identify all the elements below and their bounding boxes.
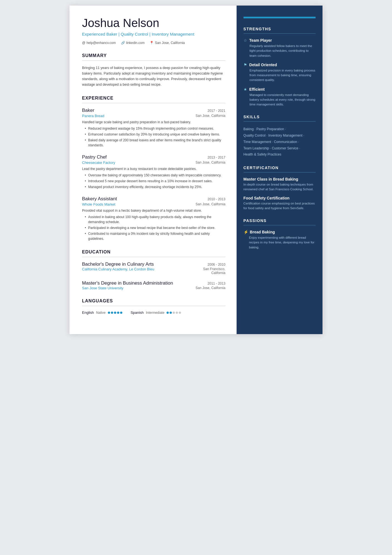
education-entry-bachelors: Bachelor's Degree in Culinary Arts 2006 … (82, 262, 225, 275)
email-text: help@enhancv.com (86, 41, 116, 45)
language-english-name: English (82, 310, 94, 315)
passion-bread-baking-desc: Enjoy experimenting with different bread… (244, 235, 316, 250)
strengths-section: STRENGTHS ☆ Team Player Regularly assist… (244, 27, 316, 107)
exp-desc-pastry: Lead the pastry department in a busy res… (82, 166, 225, 171)
experience-section: EXPERIENCE Baker 2017 - 2021 Panera Brea… (82, 96, 225, 241)
dot-es-4 (176, 312, 178, 314)
strength-team-player: ☆ Team Player Regularly assisted fellow … (244, 38, 316, 58)
job-date-pastry-chef: 2013 - 2017 (208, 156, 225, 159)
exp-desc-baker: Handled large scale baking and pastry pr… (82, 120, 225, 125)
certification-divider (244, 172, 316, 172)
english-dots (108, 312, 122, 314)
skill-line-5: Health & Safety Practices (244, 151, 316, 158)
dot-en-4 (117, 312, 119, 314)
bullet-pastry-1: Oversaw the baking of approximately 150 … (85, 173, 225, 178)
bullet-pastry-2: Introduced 5 new popular dessert items r… (85, 179, 225, 184)
degree-bachelors: Bachelor's Degree in Culinary Arts (82, 262, 154, 267)
skills-title: SKILLS (244, 115, 316, 119)
languages-title: LANGUAGES (82, 299, 225, 304)
degree-masters: Master's Degree in Business Administrati… (82, 280, 173, 286)
languages-divider (82, 306, 225, 306)
education-entry-masters: Master's Degree in Business Administrati… (82, 280, 225, 290)
contact-location: 📍 San Jose, California (150, 41, 185, 45)
bullet-baker-2: Enhanced customer satisfaction by 20% by… (85, 132, 225, 137)
exp-bullets-baker: Reduced ingredient wastage by 15% throug… (82, 126, 225, 148)
skill-line-4: Team Leadership · Customer Service · (244, 145, 316, 152)
email-icon: @ (82, 41, 85, 45)
job-title-bakery-assistant: Bakery Assistant (82, 196, 117, 202)
cert-food-safety-desc: Certification course emphasizing on best… (244, 201, 316, 211)
contact-linkedin: 🔗 linkedin.com (121, 41, 145, 45)
right-column: STRENGTHS ☆ Team Player Regularly assist… (237, 6, 322, 334)
exp-bullets-assistant: Assisted in baking about 100 high-qualit… (82, 214, 225, 241)
skill-line-2: Quality Control · Inventory Management · (244, 132, 316, 139)
spanish-dots (167, 312, 181, 314)
experience-divider (82, 103, 225, 103)
team-player-icon: ☆ (244, 38, 247, 43)
language-spanish-name: Spanish (131, 310, 144, 315)
job-date-baker: 2017 - 2021 (208, 109, 225, 113)
location-icon: 📍 (150, 41, 154, 45)
dot-en-2 (111, 312, 113, 314)
education-title: EDUCATION (82, 250, 225, 255)
skills-section: SKILLS Baking · Pastry Preparation · Qua… (244, 115, 316, 158)
location-text: San Jose, California (155, 41, 185, 45)
bread-baking-passion-icon: ⚡ (244, 230, 248, 234)
certification-title: CERTIFICATION (244, 166, 316, 170)
contact-email: @ help@enhancv.com (82, 41, 116, 45)
strength-team-player-desc: Regularly assisted fellow bakers to meet… (244, 44, 316, 58)
strength-detail-oriented: ⚑ Detail Oriented Emphasized precision i… (244, 63, 316, 83)
skill-line-1: Baking · Pastry Preparation · (244, 126, 316, 132)
cert-food-safety-name: Food Safety Certification (244, 196, 316, 200)
passions-title: PASSIONS (244, 218, 316, 223)
strength-detail-oriented-name: Detail Oriented (249, 63, 277, 67)
passions-section: PASSIONS ⚡ Bread Baking Enjoy experiment… (244, 218, 316, 250)
strengths-title: STRENGTHS (244, 27, 316, 31)
detail-oriented-icon: ⚑ (244, 63, 247, 67)
location-panera: San Jose, California (195, 114, 225, 118)
dot-en-3 (114, 312, 116, 314)
linkedin-text: linkedin.com (126, 41, 145, 45)
skill-line-3: Time Management · Communication · (244, 139, 316, 145)
languages-section: LANGUAGES English Native Spanish (82, 299, 225, 315)
education-divider (82, 257, 225, 257)
language-spanish-level: Intermediate (146, 311, 165, 315)
company-panera: Panera Bread (82, 114, 104, 118)
dot-en-1 (108, 312, 110, 314)
location-whole-foods: San Jose, California (195, 202, 225, 206)
linkedin-icon: 🔗 (121, 41, 125, 45)
passion-bread-baking-name: Bread Baking (250, 230, 275, 234)
contact-row: @ help@enhancv.com 🔗 linkedin.com 📍 San … (82, 41, 225, 45)
date-masters: 2011 - 2013 (208, 282, 225, 285)
location-sjsu: San Jose, California (195, 286, 225, 290)
passions-divider (244, 225, 316, 225)
bullet-assistant-3: Contributed to maintaining a 0% incident… (85, 231, 225, 241)
exp-bullets-pastry: Oversaw the baking of approximately 150 … (82, 173, 225, 189)
language-spanish: Spanish Intermediate (131, 310, 181, 315)
cert-bread-baking-desc: In-depth course on bread baking techniqu… (244, 182, 316, 192)
bullet-assistant-2: Participated in developing a new bread r… (85, 225, 225, 230)
strength-efficient: ★ Efficient Managed to consistently meet… (244, 87, 316, 107)
dot-es-3 (173, 312, 175, 314)
candidate-name: Joshua Nelson (82, 17, 225, 29)
header-section: Joshua Nelson Experienced Baker | Qualit… (82, 17, 225, 45)
strength-efficient-name: Efficient (249, 87, 265, 92)
company-whole-foods: Whole Foods Market (82, 202, 115, 206)
summary-title: SUMMARY (82, 53, 225, 58)
header-subtitle: Experienced Baker | Quality Control | In… (82, 31, 225, 37)
strength-efficient-desc: Managed to consistently meet demanding b… (244, 93, 316, 107)
company-cheesecake: Cheesecake Factory (82, 161, 115, 165)
education-section: EDUCATION Bachelor's Degree in Culinary … (82, 250, 225, 290)
certification-section: CERTIFICATION Master Class in Bread Baki… (244, 166, 316, 211)
left-column: Joshua Nelson Experienced Baker | Qualit… (70, 6, 237, 334)
dot-es-1 (167, 312, 169, 314)
dot-en-5 (120, 312, 122, 314)
summary-text: Bringing 11 years of baking experience, … (82, 65, 225, 87)
summary-section: SUMMARY Bringing 11 years of baking expe… (82, 53, 225, 87)
cert-bread-baking: Master Class in Bread Baking In-depth co… (244, 177, 316, 192)
cert-food-safety: Food Safety Certification Certification … (244, 196, 316, 211)
dot-es-5 (179, 312, 181, 314)
experience-entry-bakery-assistant: Bakery Assistant 2010 - 2013 Whole Foods… (82, 196, 225, 241)
job-title-pastry-chef: Pastry Chef (82, 154, 107, 160)
exp-desc-assistant: Provided vital support in a hectic baker… (82, 208, 225, 213)
